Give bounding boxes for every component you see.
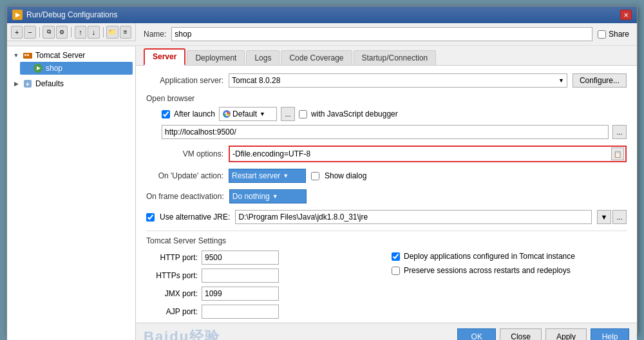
jmx-port-input[interactable]: [202, 287, 279, 301]
update-arrow: ▼: [283, 173, 289, 179]
move-up-button[interactable]: ↑: [75, 26, 86, 39]
https-port-label: HTTPs port:: [146, 271, 198, 280]
shop-label: shop: [46, 64, 62, 73]
on-frame-value: Do nothing: [232, 192, 270, 201]
name-input[interactable]: [171, 27, 592, 41]
name-label: Name:: [144, 30, 166, 39]
tab-deployment[interactable]: Deployment: [187, 50, 245, 65]
on-frame-label: On frame deactivation:: [146, 192, 224, 201]
svg-text:✦: ✦: [25, 81, 30, 88]
http-port-input[interactable]: [202, 250, 279, 265]
jre-check[interactable]: [146, 213, 155, 222]
tree-expand-defaults[interactable]: ▶: [12, 80, 20, 88]
copy-config-button[interactable]: ⧉: [43, 26, 54, 39]
jmx-port-label: JMX port:: [146, 289, 198, 298]
show-dialog-label: Show dialog: [325, 171, 366, 180]
defaults-label: Defaults: [35, 79, 64, 88]
open-browser-label: Open browser: [146, 94, 627, 103]
app-server-value: Tomcat 8.0.28: [232, 76, 280, 85]
jre-label: Use alternative JRE:: [160, 212, 230, 222]
window-controls: ✕: [620, 10, 632, 20]
browser-more-button[interactable]: ...: [281, 107, 295, 121]
on-frame-dropdown[interactable]: Do nothing ▼: [229, 189, 307, 203]
help-button[interactable]: Help: [591, 328, 629, 340]
js-debugger-check[interactable]: [299, 110, 307, 118]
deploy-apps-label: Deploy applications configured in Tomcat…: [404, 252, 575, 261]
url-more-button[interactable]: ...: [612, 125, 627, 139]
http-port-label: HTTP port:: [146, 253, 198, 262]
config-tabs: Server Deployment Logs Code Coverage Sta…: [136, 46, 637, 66]
tab-startup[interactable]: Startup/Connection: [354, 50, 437, 65]
titlebar: ▶ Run/Debug Configurations ✕: [7, 6, 637, 23]
chrome-icon: [222, 109, 231, 118]
remove-config-button[interactable]: −: [24, 26, 35, 39]
tomcat-settings-title: Tomcat Server Settings: [146, 236, 627, 245]
server-tab-content: Application server: Tomcat 8.0.28 ▼ Conf…: [136, 66, 637, 323]
ajp-port-label: AJP port:: [146, 307, 198, 316]
browser-arrow: ▼: [260, 111, 265, 117]
on-update-label: On 'Update' action:: [146, 171, 223, 180]
after-launch-check[interactable]: [162, 110, 170, 118]
share-label: Share: [609, 30, 629, 39]
bottom-bar: Baidu经验 OK Close Apply Help: [136, 323, 637, 340]
tree-item-defaults[interactable]: ▶ ✦ Defaults: [10, 77, 133, 90]
jre-path-input[interactable]: [235, 210, 592, 224]
on-update-value: Restart server: [232, 171, 280, 180]
apply-button[interactable]: Apply: [545, 328, 587, 340]
tomcat-server-label: Tomcat Server: [35, 51, 85, 60]
js-debugger-label: with JavaScript debugger: [311, 109, 398, 118]
app-server-dropdown[interactable]: Tomcat 8.0.28 ▼: [229, 73, 567, 88]
close-button[interactable]: ✕: [620, 10, 632, 20]
folder-button[interactable]: 📁: [106, 26, 118, 39]
configure-button[interactable]: Configure...: [573, 73, 627, 88]
add-config-button[interactable]: +: [11, 26, 23, 39]
ajp-port-input[interactable]: [202, 305, 279, 319]
app-icon: ▶: [12, 10, 23, 20]
tab-code-coverage[interactable]: Code Coverage: [281, 50, 352, 65]
share-checkbox[interactable]: Share: [598, 30, 629, 39]
show-dialog-check[interactable]: [311, 172, 319, 180]
tab-logs[interactable]: Logs: [246, 50, 279, 65]
preserve-sessions-check[interactable]: [392, 267, 400, 275]
sort-button[interactable]: ≡: [120, 26, 131, 39]
browser-default-label: Default: [232, 109, 257, 118]
tree-item-shop[interactable]: shop: [20, 62, 133, 75]
jre-dropdown-btn[interactable]: ▼: [597, 210, 611, 224]
on-update-dropdown[interactable]: Restart server ▼: [229, 169, 306, 183]
tree-expand-tomcat[interactable]: ▼: [12, 52, 20, 59]
frame-arrow: ▼: [272, 193, 278, 200]
tab-server[interactable]: Server: [144, 48, 185, 66]
close-button[interactable]: Close: [500, 328, 542, 340]
svg-rect-1: [24, 54, 26, 56]
dropdown-arrow: ▼: [558, 77, 564, 84]
url-input[interactable]: [162, 125, 609, 139]
after-launch-label: After launch: [174, 109, 215, 118]
config-settings-button[interactable]: ⚙: [56, 26, 68, 39]
vm-options-input[interactable]: [230, 147, 611, 161]
vm-options-label: VM options:: [146, 149, 223, 158]
vm-browse-button[interactable]: 📋: [611, 147, 624, 160]
move-down-button[interactable]: ↓: [88, 26, 99, 39]
share-check[interactable]: [598, 30, 606, 39]
vm-options-container: 📋: [229, 146, 627, 162]
tree-expand-shop: [23, 64, 30, 72]
browser-dropdown[interactable]: Default ▼: [219, 107, 277, 121]
watermark: Baidu经验: [144, 327, 220, 340]
https-port-input[interactable]: [202, 269, 279, 283]
window-title: Run/Debug Configurations: [26, 10, 117, 19]
tomcat-icon: [23, 50, 33, 61]
shop-run-icon: [33, 63, 43, 73]
config-tree: ▼ Tomcat Server: [7, 46, 135, 340]
tree-item-tomcat[interactable]: ▼ Tomcat Server: [10, 49, 133, 62]
svg-rect-2: [27, 54, 29, 56]
jre-browse-btn[interactable]: ...: [612, 210, 627, 224]
defaults-icon: ✦: [23, 79, 33, 89]
preserve-sessions-label: Preserve sessions across restarts and re…: [404, 266, 571, 275]
app-server-label: Application server:: [146, 76, 223, 85]
ok-button[interactable]: OK: [457, 328, 496, 340]
deploy-apps-check[interactable]: [392, 252, 400, 261]
